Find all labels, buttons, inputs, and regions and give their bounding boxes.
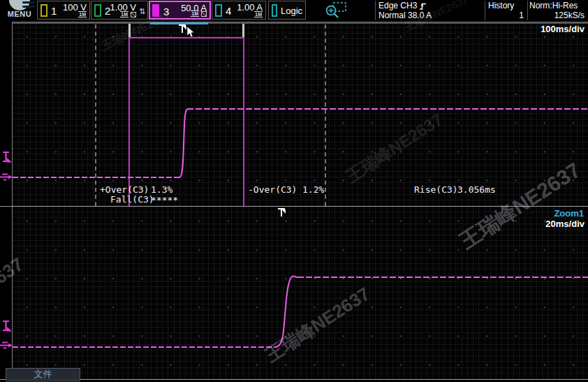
channel-number: 4: [226, 5, 231, 17]
channel-4-chip[interactable]: 4 1.00 A 1M: [212, 1, 266, 20]
trigger-mode: Edge CH3: [378, 1, 417, 10]
measurement-value: 1.3%: [151, 185, 172, 194]
menu-label: MENU: [1, 10, 38, 18]
rising-edge-icon: [419, 1, 427, 10]
measurement-label: Fall(C3): [110, 195, 154, 204]
logic-label: Logic: [281, 6, 302, 16]
zoom-waveform-panel: Zoom1 20ms/div: [13, 207, 588, 379]
oscilloscope-screen: MENU 1 100 V 1M 2 1.00 V 1M ⇅ 3 50.0 A: [0, 0, 588, 382]
channel-2-chip[interactable]: 2 1.00 V 1M ⇅: [91, 1, 148, 20]
coupling-1m-icon: 1M: [191, 10, 199, 17]
panel-bottom-edge: [0, 379, 588, 380]
channel-1-color-icon: [41, 4, 47, 17]
measurement-value: *****: [151, 196, 178, 205]
graticule-left-edge: [12, 22, 13, 379]
hamburger-bar: [22, 1, 35, 3]
file-button[interactable]: 文件: [6, 368, 80, 381]
channel-2-color-icon: [94, 4, 101, 17]
divider: [485, 1, 485, 20]
divider: [527, 1, 528, 20]
ch3-ground-marker[interactable]: [0, 172, 13, 185]
channel-3-color-icon: [152, 4, 159, 17]
measurement-value: 1.2%: [302, 185, 324, 194]
history-label: History: [488, 1, 514, 10]
logic-color-icon: [272, 4, 277, 17]
channel-4-color-icon: [215, 4, 222, 17]
measurement-label: -Over(C3): [248, 185, 297, 194]
ch3-zoom-ground-marker[interactable]: [0, 341, 13, 353]
main-waveform-panel: 100ms/div +Over(C3) 1.3% Fall(: [13, 22, 588, 206]
ch3-trace-zoom: [13, 207, 588, 379]
channel-number: 1: [51, 5, 57, 17]
hamburger-icon: [9, 0, 30, 10]
divider: [375, 1, 376, 20]
logic-chip[interactable]: Logic: [268, 1, 306, 20]
coupling-1m-icon: 1M: [254, 11, 263, 17]
panel-divider: [0, 206, 588, 207]
trigger-detail: Normal 38.0 A: [378, 10, 432, 20]
position-arrows-icon: ⇅: [139, 8, 145, 15]
channel-3-chip[interactable]: 3 50.0 A 1M: [149, 1, 211, 20]
ch3-trace-main: [13, 22, 588, 207]
probe-icon: [201, 11, 207, 17]
channel-1-chip[interactable]: 1 100 V 1M: [37, 1, 90, 20]
sample-rate: 125kS/s: [554, 10, 585, 20]
coupling-1m-icon: 1M: [120, 11, 128, 17]
measurement-value: 3.056ms: [457, 185, 496, 194]
ch3-zoom-position-marker[interactable]: [1, 319, 12, 337]
measurement-label: Rise(C3): [414, 185, 458, 194]
measurement-label: +Over(C3): [100, 185, 149, 194]
history-value: 1: [519, 10, 524, 20]
channel-number: 3: [163, 6, 169, 17]
toolbar: MENU 1 100 V 1M 2 1.00 V 1M ⇅ 3 50.0 A: [0, 0, 588, 21]
probe-icon: [131, 12, 136, 17]
menu-button[interactable]: MENU: [0, 0, 38, 21]
ch3-position-marker[interactable]: [1, 150, 12, 168]
zoom-search-icon[interactable]: [324, 1, 348, 20]
coupling-1m-icon: 1M: [78, 11, 87, 17]
acquisition-mode: Norm:Hi-Res: [529, 1, 578, 10]
hamburger-bar: [22, 6, 35, 8]
